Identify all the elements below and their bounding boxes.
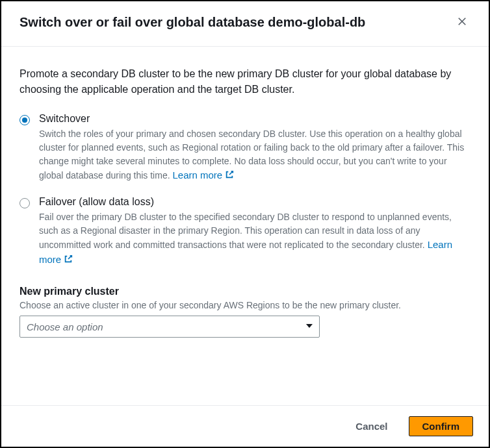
switchover-description: Switch the roles of your primary and cho… bbox=[39, 127, 471, 183]
external-link-icon bbox=[225, 169, 234, 184]
failover-description: Fail over the primary DB cluster to the … bbox=[39, 210, 471, 268]
operation-radio-group: Switchover Switch the roles of your prim… bbox=[19, 113, 471, 268]
modal-body: Promote a secondary DB cluster to be the… bbox=[1, 47, 489, 405]
modal-footer: Cancel Confirm bbox=[1, 405, 489, 447]
switchover-content: Switchover Switch the roles of your prim… bbox=[39, 113, 471, 183]
switchover-label: Switchover bbox=[39, 113, 471, 125]
modal-header: Switch over or fail over global database… bbox=[1, 1, 489, 47]
switchover-learn-more-link[interactable]: Learn more bbox=[172, 169, 234, 180]
cluster-field-label: New primary cluster bbox=[19, 286, 471, 297]
cluster-select[interactable]: Choose an option bbox=[19, 316, 320, 338]
failover-content: Failover (allow data loss) Fail over the… bbox=[39, 196, 471, 268]
modal-description: Promote a secondary DB cluster to be the… bbox=[19, 66, 471, 97]
cancel-button[interactable]: Cancel bbox=[342, 416, 400, 436]
cluster-field-hint: Choose an active cluster in one of your … bbox=[19, 300, 471, 310]
switchover-option[interactable]: Switchover Switch the roles of your prim… bbox=[19, 113, 471, 183]
failover-radio[interactable] bbox=[19, 198, 31, 210]
external-link-icon bbox=[64, 253, 73, 268]
cluster-select-placeholder: Choose an option bbox=[27, 321, 103, 332]
new-primary-cluster-field: New primary cluster Choose an active clu… bbox=[19, 286, 471, 338]
failover-label: Failover (allow data loss) bbox=[39, 196, 471, 208]
close-icon bbox=[456, 19, 468, 29]
confirm-button[interactable]: Confirm bbox=[409, 416, 474, 436]
switchover-failover-modal: Switch over or fail over global database… bbox=[1, 1, 489, 447]
failover-option[interactable]: Failover (allow data loss) Fail over the… bbox=[19, 196, 471, 268]
switchover-radio[interactable] bbox=[19, 115, 31, 127]
cluster-select-wrap: Choose an option bbox=[19, 316, 320, 338]
close-button[interactable] bbox=[454, 13, 471, 32]
modal-title: Switch over or fail over global database… bbox=[19, 15, 365, 30]
